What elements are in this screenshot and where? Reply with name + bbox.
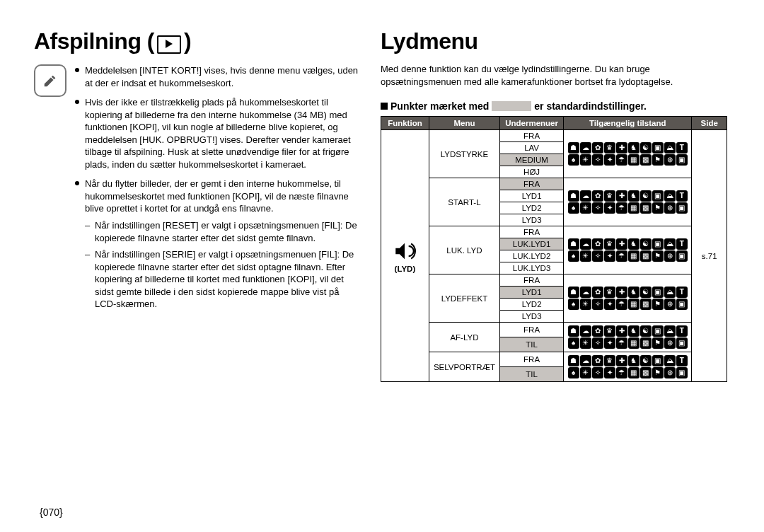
mode-cell: ☗☁✿♛✚♞☯▣⛰T♠☀✧✦☂▦▩⚑⊛▣: [564, 352, 692, 382]
table-row: LUK. LYDFRA☗☁✿♛✚♞☯▣⛰T♠☀✧✦☂▦▩⚑⊛▣: [381, 226, 727, 238]
submenu-cell: FRA: [500, 130, 564, 142]
mode-icon: ☂: [616, 299, 627, 310]
mode-icon: ☯: [640, 325, 652, 337]
section-prefix: Punkter mærket med: [390, 100, 489, 112]
mode-icon: ⚑: [652, 337, 664, 349]
mode-icon: ✚: [616, 190, 627, 202]
mode-icon: ⊛: [664, 337, 676, 349]
mode-icon: ✧: [592, 202, 603, 214]
mode-icon: ♞: [628, 190, 639, 202]
mode-icon: ⛰: [664, 142, 676, 154]
table-row: AF-LYDFRA☗☁✿♛✚♞☯▣⛰T♠☀✧✦☂▦▩⚑⊛▣: [381, 323, 727, 337]
th-funktion: Funktion: [381, 117, 429, 130]
left-column: Afspilning () Meddelelsen [INTET KORT!] …: [34, 28, 359, 382]
mode-icon: ⊛: [664, 202, 676, 214]
mode-icon: ♠: [568, 202, 579, 214]
mode-icon: ✦: [604, 299, 615, 310]
submenu-cell: HØJ: [500, 166, 564, 178]
mode-icon-grid: ☗☁✿♛✚♞☯▣⛰T♠☀✧✦☂▦▩⚑⊛▣: [567, 285, 688, 311]
submenu-cell: FRA: [500, 352, 564, 367]
mode-icon: T: [676, 355, 688, 366]
intro-text: Med denne funktion kan du vælge lydindst…: [381, 63, 720, 88]
mode-icon: ⚑: [652, 367, 664, 378]
mode-icon: ☯: [640, 142, 652, 154]
mode-icon: ▣: [676, 250, 688, 262]
mode-icon: ✿: [592, 325, 603, 337]
mode-icon: ☀: [580, 202, 591, 214]
mode-icon: ✿: [592, 142, 603, 154]
mode-icon: ⛰: [664, 238, 676, 250]
mode-icon: ▦: [628, 154, 639, 166]
mode-icon: ▩: [640, 154, 652, 166]
mode-icon: ☗: [568, 287, 579, 298]
submenu-cell: LYD2: [500, 202, 564, 214]
sublist-item: Når indstillingen [RESET] er valgt i ops…: [85, 219, 359, 244]
mode-icon: ☗: [568, 142, 579, 154]
mode-icon: ⚑: [652, 154, 664, 166]
submenu-cell: TIL: [500, 337, 564, 352]
mode-icon: ✦: [604, 367, 615, 378]
mode-icon: ☗: [568, 238, 579, 250]
th-side: Side: [692, 117, 727, 130]
menu-cell: LUK. LYD: [429, 226, 499, 274]
sub-list: Når indstillingen [RESET] er valgt i ops…: [85, 219, 359, 311]
mode-icon: ▦: [628, 250, 639, 262]
page-number: {070}: [40, 507, 63, 518]
mode-icon: ☁: [580, 142, 591, 154]
mode-icon: ▣: [652, 325, 664, 337]
mode-icon: ✧: [592, 250, 603, 262]
mode-icon: ▣: [676, 299, 688, 310]
mode-icon: ▦: [628, 367, 639, 378]
note-block: Meddelelsen [INTET KORT!] vises, hvis de…: [34, 64, 359, 318]
mode-icon: ✧: [592, 367, 603, 378]
mode-icon: ⊛: [664, 154, 676, 166]
section-head: Punkter mærket med er standardindstillin…: [381, 100, 720, 112]
mode-icon: ♛: [604, 325, 615, 337]
mode-icon: T: [676, 238, 688, 250]
mode-icon: ☁: [580, 325, 591, 337]
mode-icon: ♛: [604, 238, 615, 250]
funktion-cell: (LYD): [381, 130, 429, 382]
mode-icon: ✦: [604, 337, 615, 349]
mode-cell: ☗☁✿♛✚♞☯▣⛰T♠☀✧✦☂▦▩⚑⊛▣: [564, 323, 692, 352]
bullet-list: Meddelelsen [INTET KORT!] vises, hvis de…: [75, 64, 359, 318]
menu-cell: LYDSTYRKE: [429, 130, 499, 178]
mode-icon: ✦: [604, 154, 615, 166]
bullet-text: Meddelelsen [INTET KORT!] vises, hvis de…: [85, 65, 358, 88]
mode-icon: ☁: [580, 355, 591, 366]
submenu-cell: FRA: [500, 274, 564, 287]
mode-icon: ▩: [640, 299, 652, 310]
mode-icon: ♛: [604, 287, 615, 298]
note-pencil-icon: [34, 64, 66, 97]
mode-icon: T: [676, 190, 688, 202]
mode-icon: ☯: [640, 190, 652, 202]
mode-icon: ⊛: [664, 299, 676, 310]
mode-icon: ▦: [628, 337, 639, 349]
mode-icon: ▣: [676, 154, 688, 166]
th-menu: Menu: [429, 117, 499, 130]
submenu-cell: LAV: [500, 142, 564, 154]
mode-icon: ♛: [604, 355, 615, 366]
mode-icon: ⛰: [664, 190, 676, 202]
table-row: (LYD)LYDSTYRKEFRA☗☁✿♛✚♞☯▣⛰T♠☀✧✦☂▦▩⚑⊛▣s.7…: [381, 130, 727, 142]
right-column: Lydmenu Med denne funktion kan du vælge …: [381, 28, 720, 382]
mode-cell: ☗☁✿♛✚♞☯▣⛰T♠☀✧✦☂▦▩⚑⊛▣: [564, 130, 692, 178]
square-bullet-icon: [381, 103, 388, 110]
mode-icon: ☀: [580, 154, 591, 166]
mode-icon: ☀: [580, 337, 591, 349]
sublist-item: Når indstillingen [SERIE] er valgt i ops…: [85, 248, 359, 311]
submenu-cell: LYD1: [500, 190, 564, 202]
mode-icon-grid: ☗☁✿♛✚♞☯▣⛰T♠☀✧✦☂▦▩⚑⊛▣: [567, 189, 688, 215]
mode-icon: ▣: [676, 337, 688, 349]
th-undermenuer: Undermenuer: [500, 117, 564, 130]
submenu-cell: FRA: [500, 226, 564, 238]
submenu-cell: MEDIUM: [500, 154, 564, 166]
mode-icon: T: [676, 142, 688, 154]
mode-icon: ✿: [592, 238, 603, 250]
mode-icon: ⊛: [664, 250, 676, 262]
menu-cell: START-L: [429, 178, 499, 226]
mode-icon: ▩: [640, 250, 652, 262]
mode-icon: ⚑: [652, 250, 664, 262]
bullet-item: Meddelelsen [INTET KORT!] vises, hvis de…: [75, 64, 359, 89]
submenu-cell: LUK.LYD3: [500, 262, 564, 274]
